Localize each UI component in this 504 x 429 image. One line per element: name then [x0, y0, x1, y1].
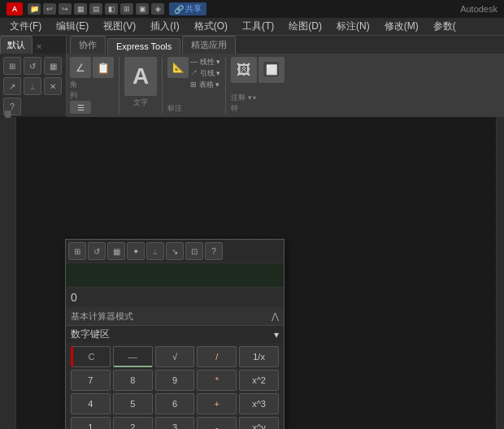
- menu-modify[interactable]: 修改(M): [378, 18, 425, 35]
- sidebar-btn-4[interactable]: ↗: [3, 77, 21, 95]
- calc-btn-sqrt[interactable]: √: [155, 346, 195, 367]
- calc-keypad-label: 数字键区: [71, 327, 110, 341]
- calc-mode-bar[interactable]: 基本计算器模式 ⋀: [66, 308, 284, 326]
- calc-btn-negate[interactable]: —: [113, 346, 153, 367]
- calc-btn-x3[interactable]: x^3: [239, 393, 279, 414]
- calc-btn-6[interactable]: 6: [155, 393, 195, 414]
- menu-draw[interactable]: 绘图(D): [282, 18, 328, 35]
- calc-tool-7[interactable]: ⊡: [185, 242, 203, 260]
- calc-btn-clear[interactable]: C: [71, 346, 111, 367]
- note-btn[interactable]: 🖼: [231, 57, 257, 83]
- calc-tool-6[interactable]: ↘: [166, 242, 184, 260]
- line-btn2[interactable]: ↗ 引线 ▾: [190, 68, 220, 79]
- calc-btn-multiply[interactable]: *: [197, 370, 237, 391]
- feature-label: 特: [231, 103, 285, 114]
- calc-btn-ribbon[interactable]: 📋: [93, 57, 114, 78]
- toolbar-icon4[interactable]: ⊞: [120, 3, 133, 15]
- row-btn[interactable]: ☰: [70, 101, 91, 114]
- tab-collaborate[interactable]: 协作: [70, 36, 106, 54]
- calc-mode-label: 基本计算器模式: [71, 310, 133, 323]
- tab-express-tools[interactable]: Express Tools: [107, 38, 180, 54]
- toolbar-icon3[interactable]: ◧: [105, 3, 118, 15]
- toolbar-icon5[interactable]: ▣: [136, 3, 149, 15]
- calc-btn-9[interactable]: 9: [155, 370, 195, 391]
- menu-insert[interactable]: 插入(I): [144, 18, 185, 35]
- sidebar-btn-1[interactable]: ⊞: [3, 57, 21, 75]
- menu-param[interactable]: 参数(: [427, 18, 463, 35]
- note-expand-icon: ▾: [253, 94, 256, 102]
- note-label-text: 注释 ▾: [231, 93, 252, 103]
- calc-btn-7[interactable]: 7: [71, 370, 111, 391]
- title-bar-left: A 📁 ↩ ↪ ▦ ▤ ◧ ⊞ ▣ ◈ 🔗 共享: [7, 2, 206, 15]
- right-panel: [496, 117, 504, 429]
- note-group-label[interactable]: 注释 ▾ ▾: [231, 93, 285, 103]
- sidebar-btn-2[interactable]: ↺: [24, 57, 41, 75]
- calc-btn-add[interactable]: +: [197, 393, 237, 414]
- angle-group-btns: ∠ 📋: [70, 57, 114, 78]
- calc-keypad-header[interactable]: 数字键区 ▾: [66, 326, 284, 343]
- calc-tool-help[interactable]: ?: [205, 242, 223, 260]
- note-btns: 🖼 🔲: [231, 57, 285, 83]
- calc-tool-2[interactable]: ↺: [88, 242, 106, 260]
- menu-tools[interactable]: 工具(T): [236, 18, 280, 35]
- sidebar-btn-7[interactable]: ?: [3, 98, 21, 115]
- cad-logo: A: [7, 2, 23, 15]
- menu-bar: 文件(F) 编辑(E) 视图(V) 插入(I) 格式(O) 工具(T) 绘图(D…: [0, 18, 504, 36]
- note-btn2[interactable]: 🔲: [259, 57, 285, 83]
- ribbon-right: 协作 Express Tools 精选应用 ∠ 📋 角 列 ☰ A 文字: [67, 36, 504, 116]
- line-btn1[interactable]: — 线性 ▾: [190, 57, 220, 67]
- tab-selected-apps[interactable]: 精选应用: [182, 36, 236, 54]
- calc-btn-3[interactable]: 3: [155, 417, 195, 429]
- calc-btn-reciprocal[interactable]: 1/x: [239, 346, 279, 367]
- calculator-panel: ⊞ ↺ ▦ ✦ ⟂ ↘ ⊡ ? 0 基本计算器模式 ⋀ 数字键区 ▾: [65, 239, 285, 429]
- calc-btn-xy[interactable]: x^y: [239, 417, 279, 429]
- ribbon-left: 默认 ✕ ⊞ ↺ ▦ ↗ ⟂ ✕ ? 直线: [0, 36, 67, 116]
- calc-tool-5[interactable]: ⟂: [146, 242, 164, 260]
- calc-tool-4[interactable]: ✦: [127, 242, 145, 260]
- calc-btn-divide[interactable]: /: [197, 346, 237, 367]
- share-button[interactable]: 🔗 共享: [169, 2, 206, 15]
- calc-btn-5[interactable]: 5: [113, 393, 153, 414]
- ribbon-content: ∠ 📋 角 列 ☰ A 文字 📐 — 线性 ▾ ↗ 引线 ▾: [67, 54, 504, 117]
- annotation-group-label: 标注: [167, 103, 220, 114]
- calc-btn-x2[interactable]: x^2: [239, 370, 279, 391]
- calc-result-value: 0: [71, 291, 279, 304]
- calc-tool-1[interactable]: ⊞: [68, 242, 86, 260]
- ribbon-tabs: 协作 Express Tools 精选应用: [67, 36, 504, 54]
- sidebar-btn-5[interactable]: ⟂: [24, 77, 41, 95]
- menu-format[interactable]: 格式(O): [188, 18, 234, 35]
- calc-btn-subtract[interactable]: -: [197, 417, 237, 429]
- calc-btn-2[interactable]: 2: [113, 417, 153, 429]
- calc-result-area: 0: [66, 288, 284, 308]
- app-title: Autodesk: [460, 4, 497, 14]
- ribbon-group-annotation: 📐 — 线性 ▾ ↗ 引线 ▾ ⊞ 表格 ▾ 标注: [166, 57, 226, 114]
- tab-default[interactable]: 默认: [0, 36, 33, 54]
- calc-btn-1[interactable]: 1: [71, 417, 111, 429]
- ribbon: 默认 ✕ ⊞ ↺ ▦ ↗ ⟂ ✕ ? 直线 协作 Express Tools 精…: [0, 36, 504, 117]
- sidebar-btn-6[interactable]: ✕: [44, 77, 62, 95]
- calc-btn-4[interactable]: 4: [71, 393, 111, 414]
- sidebar-btn-3[interactable]: ▦: [44, 57, 62, 75]
- text-big-btn[interactable]: A: [124, 57, 157, 96]
- calc-btn-8[interactable]: 8: [113, 370, 153, 391]
- annotation-btn-lines: — 线性 ▾ ↗ 引线 ▾ ⊞ 表格 ▾: [190, 57, 220, 90]
- angle-group-label: 角: [70, 80, 114, 90]
- line-btn3[interactable]: ⊞ 表格 ▾: [190, 80, 220, 90]
- menu-file[interactable]: 文件(F): [3, 18, 48, 35]
- undo-icon[interactable]: ↩: [43, 3, 56, 15]
- menu-edit[interactable]: 编辑(E): [50, 18, 95, 35]
- toolbar-icon6[interactable]: ◈: [151, 3, 164, 15]
- annotation-btn1[interactable]: 📐: [167, 57, 189, 78]
- toolbar-icon2[interactable]: ▤: [89, 3, 102, 15]
- calc-toolbar: ⊞ ↺ ▦ ✦ ⟂ ↘ ⊡ ?: [66, 240, 284, 263]
- redo-icon[interactable]: ↪: [59, 3, 72, 15]
- tab-close-left[interactable]: ✕: [33, 40, 46, 54]
- menu-dim[interactable]: 标注(N): [330, 18, 376, 35]
- angle-btn[interactable]: ∠: [70, 57, 91, 78]
- menu-view[interactable]: 视图(V): [97, 18, 142, 35]
- toolbar-icon1[interactable]: ▦: [74, 3, 87, 15]
- title-icons: 📁 ↩ ↪ ▦ ▤ ◧ ⊞ ▣ ◈: [28, 3, 164, 15]
- ribbon-group-note: 🖼 🔲 注释 ▾ ▾ 特: [229, 57, 285, 114]
- calc-tool-3[interactable]: ▦: [107, 242, 125, 260]
- open-file-icon[interactable]: 📁: [28, 3, 41, 15]
